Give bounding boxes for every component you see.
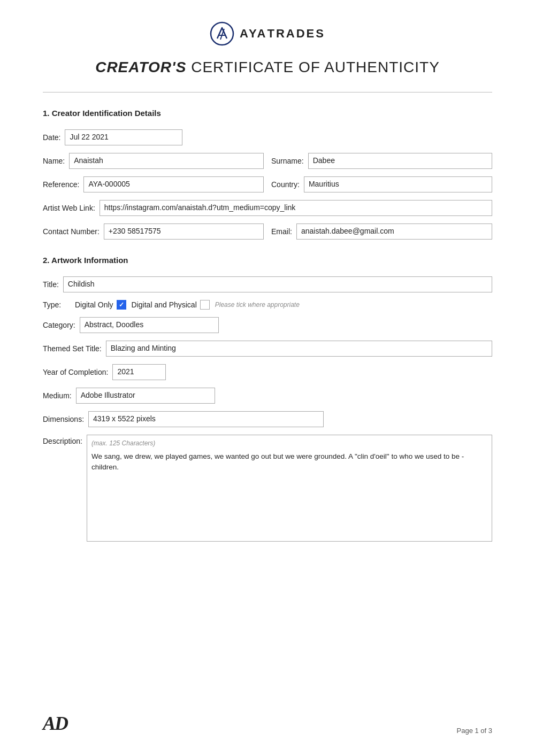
digital-physical-label: Digital and Physical — [132, 300, 197, 309]
name-group: Name: Anaistah — [43, 153, 264, 169]
date-row: Date: Jul 22 2021 — [43, 129, 492, 145]
dimensions-input[interactable]: 4319 x 5522 pixels — [88, 411, 324, 427]
country-label: Country: — [271, 180, 300, 189]
contact-label: Contact Number: — [43, 227, 100, 236]
country-group: Country: Mauritius — [271, 176, 492, 192]
digital-physical-item: Digital and Physical — [132, 300, 210, 310]
digital-only-item: Digital Only — [75, 300, 126, 310]
header: AYATRADES CREATOR'S CERTIFICATE OF AUTHE… — [43, 21, 492, 76]
medium-input[interactable]: Adobe Illustrator — [76, 388, 215, 404]
email-label: Email: — [271, 227, 292, 236]
date-input[interactable]: Jul 22 2021 — [65, 129, 182, 145]
name-input[interactable]: Anaistah — [69, 153, 264, 169]
footer-logo: AD — [43, 712, 67, 735]
doc-title: CREATOR'S CERTIFICATE OF AUTHENTICITY — [95, 59, 440, 76]
logo-icon — [210, 21, 234, 46]
reference-input[interactable]: AYA-000005 — [83, 176, 264, 192]
contact-input[interactable]: +230 58517575 — [104, 223, 264, 240]
medium-label: Medium: — [43, 391, 72, 400]
artwork-title-label: Title: — [43, 280, 59, 289]
digital-physical-checkbox[interactable] — [200, 300, 210, 310]
category-row: Category: Abstract, Doodles — [43, 317, 492, 333]
footer: AD Page 1 of 3 — [43, 712, 492, 735]
dimensions-label: Dimensions: — [43, 415, 84, 423]
reference-group: Reference: AYA-000005 — [43, 176, 264, 192]
section-artwork: 2. Artwork Information Title: Childish T… — [43, 256, 492, 542]
surname-group: Surname: Dabee — [271, 153, 492, 169]
country-input[interactable]: Mauritius — [304, 176, 492, 192]
description-text: We sang, we drew, we played games, we wa… — [91, 451, 487, 473]
description-container[interactable]: (max. 125 Characters) We sang, we drew, … — [87, 435, 492, 542]
section-creator: 1. Creator Identification Details Date: … — [43, 109, 492, 240]
web-label: Artist Web Link: — [43, 204, 95, 212]
contact-group: Contact Number: +230 58517575 — [43, 223, 264, 240]
reference-label: Reference: — [43, 180, 79, 189]
reference-row: Reference: AYA-000005 Country: Mauritius — [43, 176, 492, 192]
name-label: Name: — [43, 157, 65, 165]
type-label: Type: — [43, 300, 70, 309]
title-divider — [43, 92, 492, 92]
doc-title-bold: CREATOR'S — [95, 59, 186, 75]
date-label: Date: — [43, 133, 60, 142]
contact-row: Contact Number: +230 58517575 Email: ana… — [43, 223, 492, 240]
dimensions-row: Dimensions: 4319 x 5522 pixels — [43, 411, 492, 427]
email-group: Email: anaistah.dabee@gmail.com — [271, 223, 492, 240]
year-input[interactable]: 2021 — [112, 364, 166, 380]
medium-row: Medium: Adobe Illustrator — [43, 388, 492, 404]
themed-set-label: Themed Set Title: — [43, 344, 102, 353]
section1-title: 1. Creator Identification Details — [43, 109, 492, 118]
page: AYATRADES CREATOR'S CERTIFICATE OF AUTHE… — [0, 0, 535, 756]
surname-label: Surname: — [271, 157, 304, 165]
digital-only-checkbox[interactable] — [117, 300, 126, 310]
year-row: Year of Completion: 2021 — [43, 364, 492, 380]
footer-page: Page 1 of 3 — [457, 727, 493, 735]
artwork-title-input[interactable]: Childish — [63, 276, 492, 292]
description-hint: (max. 125 Characters) — [91, 439, 487, 447]
doc-title-rest: CERTIFICATE OF AUTHENTICITY — [186, 59, 439, 75]
description-row: Description: (max. 125 Characters) We sa… — [43, 435, 492, 542]
category-input[interactable]: Abstract, Doodles — [80, 317, 219, 333]
web-row: Artist Web Link: https://instagram.com/a… — [43, 200, 492, 216]
logo-area: AYATRADES — [210, 21, 325, 46]
digital-only-label: Digital Only — [75, 300, 113, 309]
artwork-title-row: Title: Childish — [43, 276, 492, 292]
logo-text: AYATRADES — [240, 27, 325, 41]
section2-title: 2. Artwork Information — [43, 256, 492, 265]
type-hint: Please tick where appropriate — [215, 301, 300, 308]
web-input[interactable]: https://instagram.com/anaistah.d?utm_med… — [100, 200, 492, 216]
themed-set-input[interactable]: Blazing and Minting — [106, 341, 492, 357]
themed-set-row: Themed Set Title: Blazing and Minting — [43, 341, 492, 357]
category-label: Category: — [43, 321, 75, 329]
year-label: Year of Completion: — [43, 368, 108, 376]
description-label: Description: — [43, 435, 82, 445]
surname-input[interactable]: Dabee — [308, 153, 492, 169]
email-input[interactable]: anaistah.dabee@gmail.com — [296, 223, 492, 240]
type-row: Type: Digital Only Digital and Physical … — [43, 300, 492, 310]
name-row: Name: Anaistah Surname: Dabee — [43, 153, 492, 169]
